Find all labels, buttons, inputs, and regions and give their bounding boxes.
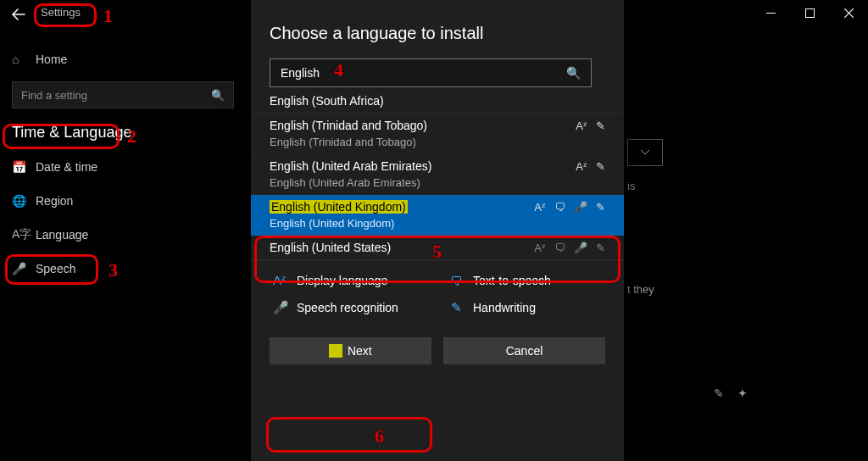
- sidebar-item-label: Speech: [36, 262, 75, 275]
- handwriting-icon: ✎: [596, 201, 605, 214]
- microphone-icon: 🎤: [12, 262, 36, 275]
- sidebar-item-speech[interactable]: 🎤 Speech: [0, 252, 246, 286]
- handwriting-icon: ✎: [596, 160, 605, 173]
- language-item[interactable]: English (United Arab Emirates) Aᶻ✎ Engli…: [251, 154, 624, 195]
- feature-legend: AᶻDisplay language 🗨Text-to-speech 🎤Spee…: [251, 260, 624, 322]
- sidebar-item-date-time[interactable]: 📅 Date & time: [0, 150, 246, 184]
- dialog-title: Choose a language to install: [270, 24, 624, 43]
- feature-icons: Aᶻ✎: [576, 160, 605, 173]
- background-text: is: [627, 180, 635, 192]
- calendar-icon: 📅: [12, 160, 36, 174]
- find-setting-input[interactable]: Find a setting 🔍: [12, 81, 234, 108]
- speech-icon: 🎤: [273, 300, 287, 315]
- close-button[interactable]: [829, 0, 868, 25]
- feature-icons: Aᶻ✎: [576, 119, 605, 132]
- maximize-button[interactable]: [790, 0, 829, 25]
- speech-icon: 🎤: [574, 201, 587, 214]
- handwriting-icon: ✎: [449, 300, 463, 315]
- sidebar-item-label: Region: [36, 194, 73, 208]
- display-language-icon: Aᶻ: [576, 119, 587, 132]
- next-button[interactable]: Next: [270, 337, 431, 364]
- background-dropdown[interactable]: [627, 139, 663, 166]
- tts-icon: 🗨: [449, 274, 463, 288]
- language-item-selected[interactable]: English (United Kingdom) Aᶻ🗨🎤✎ English (…: [251, 195, 624, 236]
- feature-icons: Aᶻ🗨🎤✎: [534, 201, 605, 214]
- sidebar-item-language[interactable]: A字 Language: [0, 218, 246, 252]
- background-text: t they: [627, 283, 654, 296]
- display-language-icon: Aᶻ: [273, 273, 287, 288]
- globe-icon: 🌐: [12, 194, 36, 208]
- home-icon: ⌂: [12, 53, 36, 66]
- sidebar-item-label: Language: [36, 228, 88, 242]
- display-language-icon: Aᶻ: [576, 160, 587, 173]
- background-feature-icons: ✎ ✦: [714, 386, 753, 400]
- sidebar-section-header: Time & Language: [0, 117, 246, 150]
- tts-icon: 🗨: [554, 201, 565, 214]
- search-icon: 🔍: [566, 66, 581, 80]
- tts-icon: 🗨: [554, 242, 565, 254]
- sidebar: ⌂ Home Find a setting 🔍 Time & Language …: [0, 42, 246, 286]
- back-button[interactable]: [12, 8, 25, 20]
- search-icon: 🔍: [211, 89, 225, 102]
- speech-icon: 🎤: [574, 242, 587, 254]
- svg-rect-1: [805, 8, 814, 17]
- language-item[interactable]: English (South Africa): [251, 94, 624, 114]
- minimize-button[interactable]: [751, 0, 790, 25]
- language-search-input[interactable]: English 🔍: [270, 58, 592, 87]
- install-language-dialog: Choose a language to install English 🔍 E…: [251, 0, 624, 461]
- sidebar-item-label: Date & time: [36, 160, 97, 174]
- language-item[interactable]: English (United States) Aᶻ🗨🎤✎: [251, 236, 624, 260]
- language-icon: A字: [12, 227, 36, 242]
- sidebar-item-home[interactable]: ⌂ Home: [0, 42, 246, 76]
- language-item[interactable]: English (Trinidad and Tobago) Aᶻ✎ Englis…: [251, 114, 624, 154]
- language-list[interactable]: English (South Africa) English (Trinidad…: [251, 94, 624, 260]
- sidebar-item-label: Home: [36, 53, 67, 66]
- sidebar-item-region[interactable]: 🌐 Region: [0, 184, 246, 218]
- search-placeholder: Find a setting: [21, 89, 87, 102]
- handwriting-icon: ✎: [596, 119, 605, 132]
- search-value: English: [281, 66, 320, 80]
- feature-icons: Aᶻ🗨🎤✎: [534, 242, 605, 254]
- display-language-icon: Aᶻ: [534, 242, 546, 254]
- display-language-icon: Aᶻ: [534, 201, 546, 214]
- handwriting-icon: ✎: [596, 242, 605, 254]
- cancel-button[interactable]: Cancel: [443, 337, 605, 364]
- window-title: Settings: [41, 6, 81, 19]
